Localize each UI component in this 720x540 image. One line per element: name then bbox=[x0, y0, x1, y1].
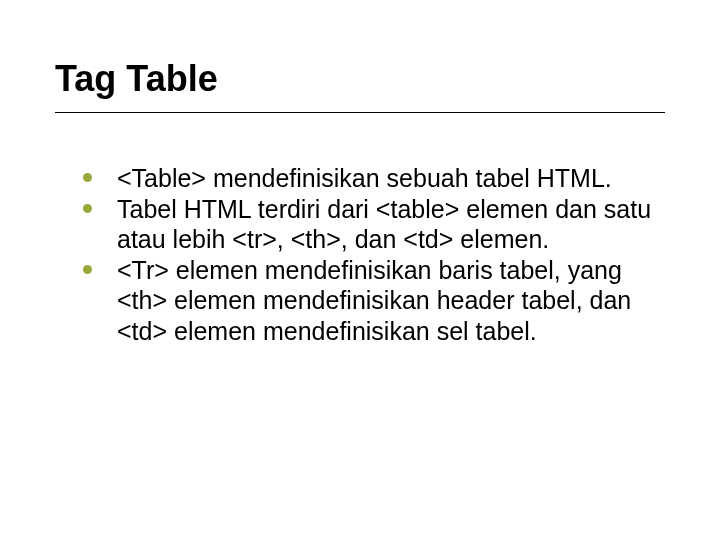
bullet-icon bbox=[83, 204, 92, 213]
slide-title: Tag Table bbox=[55, 58, 665, 113]
bullet-list: <Table> mendefinisikan sebuah tabel HTML… bbox=[83, 163, 665, 346]
bullet-text: <Table> mendefinisikan sebuah tabel HTML… bbox=[117, 164, 612, 192]
bullet-icon bbox=[83, 265, 92, 274]
list-item: Tabel HTML terdiri dari <table> elemen d… bbox=[83, 194, 665, 255]
bullet-text: Tabel HTML terdiri dari <table> elemen d… bbox=[117, 195, 651, 254]
bullet-text: <Tr> elemen mendefinisikan baris tabel, … bbox=[117, 256, 631, 345]
list-item: <Tr> elemen mendefinisikan baris tabel, … bbox=[83, 255, 665, 347]
list-item: <Table> mendefinisikan sebuah tabel HTML… bbox=[83, 163, 665, 194]
slide-container: Tag Table <Table> mendefinisikan sebuah … bbox=[0, 0, 720, 540]
slide-content: <Table> mendefinisikan sebuah tabel HTML… bbox=[55, 163, 665, 346]
bullet-icon bbox=[83, 173, 92, 182]
